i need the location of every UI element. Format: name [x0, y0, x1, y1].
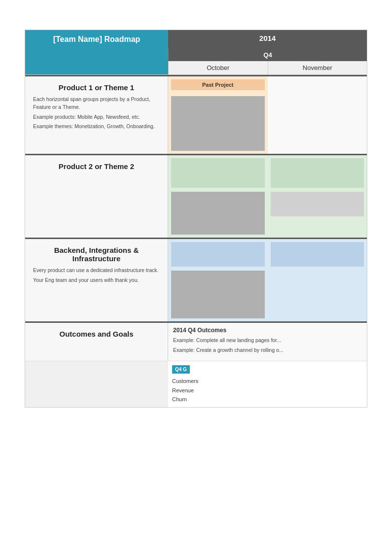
product1-label-cell: Product 1 or Theme 1 Each horizontal spa…	[25, 76, 168, 154]
year-label: 2014	[259, 34, 276, 42]
backend-blue-block-nov	[271, 242, 364, 267]
outcomes-label-cell: Outcomes and Goals	[25, 323, 168, 361]
header-month-spacer	[25, 61, 168, 74]
goal-metric-churn: Churn	[172, 395, 363, 404]
month-november-label: November	[303, 64, 332, 71]
product1-desc1: Each horizontal span groups projects by …	[33, 96, 160, 111]
header-month-october: October	[168, 61, 268, 74]
past-project-bar: Past Project	[171, 79, 265, 90]
header-year-cell: 2014	[168, 30, 367, 49]
quarter-label: Q4	[263, 51, 272, 59]
goals-content-area: Q4 G Customers Revenue Churn	[168, 361, 367, 407]
backend-section-row: Backend, Integrations & Infrastructure E…	[25, 238, 367, 321]
goal-metric-revenue: Revenue	[172, 386, 363, 395]
product2-title: Product 2 or Theme 2	[33, 162, 160, 171]
product1-desc3: Example themes: Monetization, Growth, On…	[33, 123, 160, 131]
product1-title: Product 1 or Theme 1	[33, 83, 160, 92]
header-month-row: October November	[25, 61, 367, 75]
backend-november-col	[268, 239, 367, 321]
product2-green-block-nov	[271, 158, 364, 188]
header-q-cell: Q4	[168, 49, 367, 61]
header-q-row: Q4	[25, 49, 367, 61]
backend-desc2: Your Eng team and your users with thank …	[33, 277, 160, 284]
header-month-november: November	[268, 61, 367, 74]
backend-content-area	[168, 239, 367, 321]
product1-content-area: Past Project	[168, 76, 367, 154]
backend-blue-block-oct	[171, 242, 265, 267]
product2-section-row: Product 2 or Theme 2	[25, 154, 367, 238]
roadmap-title: [Team Name] Roadmap	[53, 35, 141, 44]
product2-green-block-oct	[171, 158, 265, 188]
product2-november-col	[268, 155, 367, 238]
outcomes-title: Outcomes and Goals	[33, 330, 160, 338]
header-year-row: [Team Name] Roadmap 2014	[25, 30, 367, 49]
outcomes-section-row: Outcomes and Goals 2014 Q4 Outcomes Exam…	[25, 321, 367, 361]
product2-october-col	[168, 155, 268, 238]
product2-content-area	[168, 155, 367, 238]
goal-metric-customers: Customers	[172, 377, 363, 386]
outcome-item-2: Example: Create a growth channel by roll…	[173, 346, 362, 354]
product1-desc2: Example products: Mobile App, Newsfeed, …	[33, 113, 160, 121]
roadmap-title-cell: [Team Name] Roadmap	[25, 30, 168, 49]
backend-october-col	[168, 239, 268, 321]
product2-gray-block-nov	[271, 192, 364, 216]
product2-label-cell: Product 2 or Theme 2	[25, 155, 168, 238]
goals-q4-bar: Q4 G	[172, 365, 190, 374]
product1-october-col: Past Project	[168, 76, 268, 154]
backend-title: Backend, Integrations & Infrastructure	[33, 246, 160, 263]
backend-gray-block-oct	[171, 271, 265, 318]
product2-gray-block-oct	[171, 192, 265, 235]
goals-spacer	[25, 361, 168, 407]
outcomes-content-area: 2014 Q4 Outcomes Example: Complete all n…	[168, 323, 367, 361]
backend-label-cell: Backend, Integrations & Infrastructure E…	[25, 239, 168, 321]
roadmap-container: [Team Name] Roadmap 2014 Q4 October Nove…	[25, 30, 367, 408]
product1-gray-block	[171, 96, 265, 151]
backend-desc1: Every product can use a dedicated infras…	[33, 267, 160, 275]
goals-row: Q4 G Customers Revenue Churn	[25, 361, 367, 407]
outcome-item-1: Example: Complete all new landing pages …	[173, 337, 362, 345]
month-october-label: October	[207, 64, 229, 71]
header-q-spacer	[25, 49, 168, 61]
product1-november-col	[268, 76, 367, 154]
product1-section-row: Product 1 or Theme 1 Each horizontal spa…	[25, 75, 367, 154]
outcomes-content-title: 2014 Q4 Outcomes	[173, 327, 362, 334]
